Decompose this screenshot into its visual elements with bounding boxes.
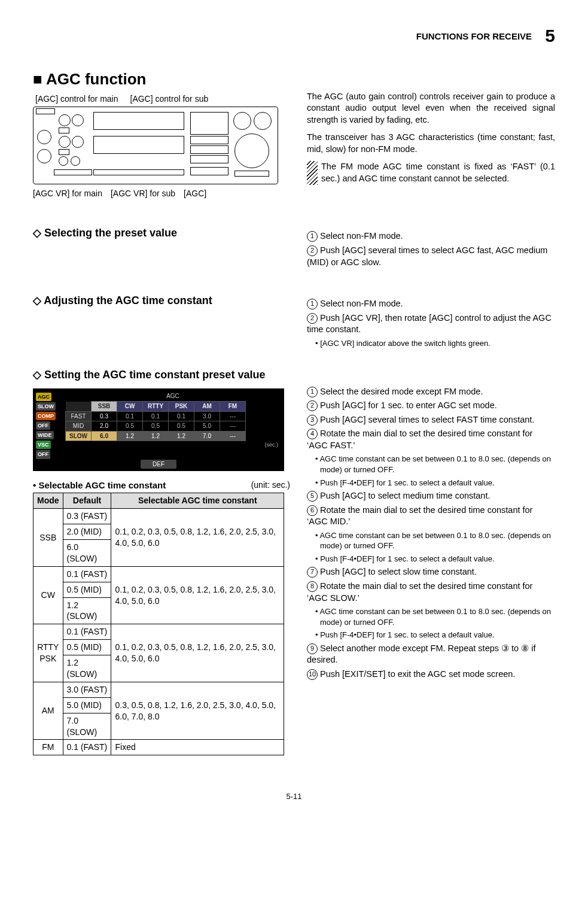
- lcd-badge: SLOW: [36, 402, 56, 411]
- sec1-steps: 1Select non-FM mode. 2Push [AGC] several…: [307, 230, 555, 268]
- step-sub: [AGC VR] indicator above the switch ligh…: [307, 338, 555, 349]
- step-sub: AGC time constant can be set between 0.1…: [307, 530, 555, 551]
- step-text: Rotate the main dial to set the desired …: [307, 429, 532, 450]
- diagram-label: [AGC VR] for main: [33, 188, 102, 199]
- intro-p2: The transceiver has 3 AGC characteristic…: [307, 132, 555, 155]
- lcd-unit: (sec.): [35, 441, 282, 448]
- running-header: FUNCTIONS FOR RECEIVE 5: [33, 24, 555, 48]
- step-text: Push [AGC] several times to select AGC f…: [307, 245, 547, 267]
- fm-note: The FM mode AGC time constant is fixed a…: [307, 161, 555, 184]
- table-unit: (unit: sec.): [251, 479, 290, 491]
- step-text: Push [AGC VR], then rotate [AGC] control…: [307, 313, 552, 335]
- diagram-label: [AGC]: [184, 188, 206, 199]
- fm-note-text: The FM mode AGC time constant is fixed a…: [321, 161, 555, 184]
- step-text: Push [AGC] for 1 sec. to enter AGC set m…: [320, 400, 497, 410]
- lcd-badge: AGC: [36, 393, 51, 401]
- agc-table: ModeDefaultSelectable AGC time constantS…: [33, 493, 284, 755]
- table-title: • Selectable AGC time constant: [33, 479, 166, 491]
- section-heading: ◇ Setting the AGC time constant preset v…: [33, 368, 555, 382]
- section-name: FUNCTIONS FOR RECEIVE: [416, 31, 532, 41]
- intro-p1: The AGC (auto gain control) controls rec…: [307, 91, 555, 126]
- lcd-badge: WIDE: [36, 431, 54, 439]
- page-title: ■ AGC function: [33, 69, 555, 90]
- diagram-label: [AGC VR] for sub: [111, 188, 175, 199]
- step-text: Push [AGC] to select medium time constan…: [320, 491, 490, 500]
- diagram-label: [AGC] control for sub: [130, 93, 209, 105]
- page-number: 5-11: [33, 791, 555, 802]
- lcd-badge: VSC: [36, 441, 51, 449]
- step-sub: Push [F-4•DEF] for 1 sec. to select a de…: [307, 554, 555, 564]
- step-text: Select non-FM mode.: [320, 231, 403, 241]
- section-heading: ◇ Adjusting the AGC time constant: [33, 293, 290, 308]
- step-text: Rotate the main dial to set the desired …: [307, 505, 532, 527]
- step-text: Select the desired mode except FM mode.: [320, 387, 483, 396]
- step-sub: Push [F-4•DEF] for 1 sec. to select a de…: [307, 630, 555, 640]
- lcd-title: AGC: [35, 392, 282, 400]
- lcd-screenshot: AGCSLOWCOMPOFFWIDEVSCOFF AGC SSBCWRTTYPS…: [33, 388, 284, 471]
- sec3-steps: 1Select the desired mode except FM mode.…: [307, 386, 555, 681]
- section-heading: ◇ Selecting the preset value: [33, 226, 290, 240]
- chapter-number: 5: [545, 26, 555, 45]
- diagram-label: [AGC] control for main: [35, 93, 118, 105]
- sec2-steps: 1Select non-FM mode. 2Push [AGC VR], the…: [307, 298, 555, 348]
- step-text: Push [AGC] to select slow time constant.: [320, 567, 477, 576]
- step-text: Rotate the main dial to set the desired …: [307, 581, 532, 603]
- front-panel-diagram: [AGC] control for main [AGC] control for…: [33, 93, 290, 200]
- lcd-badge: OFF: [36, 421, 50, 430]
- lcd-table: SSBCWRTTYPSKAMFMFAST0.30.10.10.13.0---MI…: [65, 401, 246, 441]
- step-text: Select another mode except FM. Repeat st…: [307, 643, 535, 665]
- hatched-icon: [307, 161, 318, 184]
- lcd-badge: OFF: [36, 450, 50, 458]
- step-sub: AGC time constant can be set between 0.1…: [307, 606, 555, 627]
- step-sub: AGC time constant can be set between 0.1…: [307, 454, 555, 475]
- step-text: Push [EXIT/SET] to exit the AGC set mode…: [320, 669, 515, 679]
- step-text: Push [AGC] several times to select FAST …: [320, 415, 534, 424]
- lcd-def-button: DEF: [141, 460, 176, 469]
- step-sub: Push [F-4•DEF] for 1 sec. to select a de…: [307, 478, 555, 488]
- step-text: Select non-FM mode.: [320, 299, 403, 308]
- lcd-badge: COMP: [36, 412, 56, 420]
